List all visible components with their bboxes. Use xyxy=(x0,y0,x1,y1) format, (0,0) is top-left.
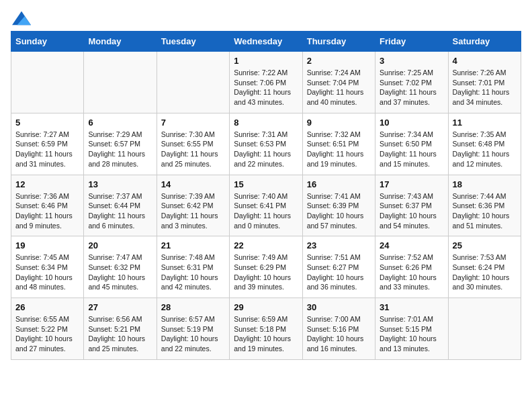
day-number: 2 xyxy=(307,56,371,66)
calendar-week-3: 12Sunrise: 7:36 AMSunset: 6:46 PMDayligh… xyxy=(11,175,521,236)
day-header-monday: Monday xyxy=(84,32,157,52)
day-info: Sunrise: 7:43 AMSunset: 6:37 PMDaylight:… xyxy=(380,191,443,231)
logo-icon xyxy=(12,11,31,26)
calendar-cell: 5Sunrise: 7:27 AMSunset: 6:59 PMDaylight… xyxy=(11,113,84,175)
day-info: Sunrise: 7:25 AMSunset: 7:02 PMDaylight:… xyxy=(380,68,443,107)
calendar-cell: 19Sunrise: 7:45 AMSunset: 6:34 PMDayligh… xyxy=(11,236,84,298)
day-info: Sunrise: 7:34 AMSunset: 6:50 PMDaylight:… xyxy=(380,130,443,169)
calendar-cell: 28Sunrise: 6:57 AMSunset: 5:19 PMDayligh… xyxy=(157,298,229,360)
day-info: Sunrise: 6:59 AMSunset: 5:18 PMDaylight:… xyxy=(234,314,298,354)
day-number: 24 xyxy=(380,240,443,250)
calendar-cell: 13Sunrise: 7:37 AMSunset: 6:44 PMDayligh… xyxy=(84,175,157,236)
day-info: Sunrise: 7:01 AMSunset: 5:15 PMDaylight:… xyxy=(380,314,443,354)
calendar-cell: 23Sunrise: 7:51 AMSunset: 6:27 PMDayligh… xyxy=(302,236,375,298)
day-info: Sunrise: 7:30 AMSunset: 6:55 PMDaylight:… xyxy=(161,130,225,169)
day-info: Sunrise: 7:45 AMSunset: 6:34 PMDaylight:… xyxy=(15,253,79,292)
day-number: 3 xyxy=(380,56,443,66)
day-info: Sunrise: 7:49 AMSunset: 6:29 PMDaylight:… xyxy=(234,253,298,292)
calendar-cell: 2Sunrise: 7:24 AMSunset: 7:04 PMDaylight… xyxy=(302,52,375,113)
day-number: 22 xyxy=(234,240,298,250)
calendar-cell: 7Sunrise: 7:30 AMSunset: 6:55 PMDaylight… xyxy=(157,113,229,175)
calendar-header-row: SundayMondayTuesdayWednesdayThursdayFrid… xyxy=(11,32,521,52)
calendar-cell: 9Sunrise: 7:32 AMSunset: 6:51 PMDaylight… xyxy=(302,113,375,175)
calendar-cell: 31Sunrise: 7:01 AMSunset: 5:15 PMDayligh… xyxy=(375,298,448,360)
day-number: 20 xyxy=(88,240,152,250)
day-info: Sunrise: 7:41 AMSunset: 6:39 PMDaylight:… xyxy=(307,191,371,231)
calendar-cell: 29Sunrise: 6:59 AMSunset: 5:18 PMDayligh… xyxy=(230,298,302,360)
day-number: 26 xyxy=(15,302,79,312)
day-header-thursday: Thursday xyxy=(302,32,375,52)
day-info: Sunrise: 7:26 AMSunset: 7:01 PMDaylight:… xyxy=(453,68,517,107)
day-info: Sunrise: 7:32 AMSunset: 6:51 PMDaylight:… xyxy=(307,130,371,169)
day-header-sunday: Sunday xyxy=(11,32,84,52)
day-info: Sunrise: 7:48 AMSunset: 6:31 PMDaylight:… xyxy=(161,253,225,292)
day-info: Sunrise: 7:31 AMSunset: 6:53 PMDaylight:… xyxy=(234,130,298,169)
day-number: 8 xyxy=(234,118,298,128)
day-info: Sunrise: 6:56 AMSunset: 5:21 PMDaylight:… xyxy=(88,314,152,354)
day-number: 23 xyxy=(307,240,371,250)
calendar-cell: 14Sunrise: 7:39 AMSunset: 6:42 PMDayligh… xyxy=(157,175,229,236)
calendar-cell: 17Sunrise: 7:43 AMSunset: 6:37 PMDayligh… xyxy=(375,175,448,236)
calendar-week-4: 19Sunrise: 7:45 AMSunset: 6:34 PMDayligh… xyxy=(11,236,521,298)
day-info: Sunrise: 7:00 AMSunset: 5:16 PMDaylight:… xyxy=(307,314,371,354)
calendar-cell: 12Sunrise: 7:36 AMSunset: 6:46 PMDayligh… xyxy=(11,175,84,236)
day-number: 19 xyxy=(15,240,79,250)
day-number: 6 xyxy=(88,118,152,128)
calendar-cell: 21Sunrise: 7:48 AMSunset: 6:31 PMDayligh… xyxy=(157,236,229,298)
day-header-saturday: Saturday xyxy=(448,32,521,52)
day-number: 31 xyxy=(380,302,443,312)
calendar-week-2: 5Sunrise: 7:27 AMSunset: 6:59 PMDaylight… xyxy=(11,113,521,175)
day-number: 4 xyxy=(453,56,517,66)
day-info: Sunrise: 7:51 AMSunset: 6:27 PMDaylight:… xyxy=(307,253,371,292)
day-number: 30 xyxy=(307,302,371,312)
day-info: Sunrise: 7:37 AMSunset: 6:44 PMDaylight:… xyxy=(88,191,152,231)
day-header-friday: Friday xyxy=(375,32,448,52)
day-info: Sunrise: 7:24 AMSunset: 7:04 PMDaylight:… xyxy=(307,68,371,107)
day-number: 18 xyxy=(453,179,517,189)
calendar-cell xyxy=(157,52,229,113)
calendar-week-1: 1Sunrise: 7:22 AMSunset: 7:06 PMDaylight… xyxy=(11,52,521,113)
day-number: 15 xyxy=(234,179,298,189)
calendar-cell: 18Sunrise: 7:44 AMSunset: 6:36 PMDayligh… xyxy=(448,175,521,236)
day-info: Sunrise: 7:53 AMSunset: 6:24 PMDaylight:… xyxy=(453,253,517,292)
day-number: 28 xyxy=(161,302,225,312)
day-number: 11 xyxy=(453,118,517,128)
calendar-cell: 10Sunrise: 7:34 AMSunset: 6:50 PMDayligh… xyxy=(375,113,448,175)
page-header xyxy=(11,11,521,23)
day-number: 16 xyxy=(307,179,371,189)
day-info: Sunrise: 6:55 AMSunset: 5:22 PMDaylight:… xyxy=(15,314,79,354)
day-info: Sunrise: 6:57 AMSunset: 5:19 PMDaylight:… xyxy=(161,314,225,354)
calendar: SundayMondayTuesdayWednesdayThursdayFrid… xyxy=(11,31,521,360)
calendar-cell: 27Sunrise: 6:56 AMSunset: 5:21 PMDayligh… xyxy=(84,298,157,360)
logo xyxy=(11,11,31,23)
day-info: Sunrise: 7:47 AMSunset: 6:32 PMDaylight:… xyxy=(88,253,152,292)
day-info: Sunrise: 7:27 AMSunset: 6:59 PMDaylight:… xyxy=(15,130,79,169)
calendar-cell: 25Sunrise: 7:53 AMSunset: 6:24 PMDayligh… xyxy=(448,236,521,298)
day-number: 7 xyxy=(161,118,225,128)
day-info: Sunrise: 7:22 AMSunset: 7:06 PMDaylight:… xyxy=(234,68,298,107)
calendar-cell: 11Sunrise: 7:35 AMSunset: 6:48 PMDayligh… xyxy=(448,113,521,175)
day-header-wednesday: Wednesday xyxy=(230,32,302,52)
day-info: Sunrise: 7:35 AMSunset: 6:48 PMDaylight:… xyxy=(453,130,517,169)
day-number: 1 xyxy=(234,56,298,66)
calendar-week-5: 26Sunrise: 6:55 AMSunset: 5:22 PMDayligh… xyxy=(11,298,521,360)
calendar-cell: 4Sunrise: 7:26 AMSunset: 7:01 PMDaylight… xyxy=(448,52,521,113)
calendar-cell: 24Sunrise: 7:52 AMSunset: 6:26 PMDayligh… xyxy=(375,236,448,298)
day-number: 13 xyxy=(88,179,152,189)
calendar-cell xyxy=(448,298,521,360)
calendar-cell: 15Sunrise: 7:40 AMSunset: 6:41 PMDayligh… xyxy=(230,175,302,236)
day-number: 25 xyxy=(453,240,517,250)
day-number: 27 xyxy=(88,302,152,312)
day-number: 29 xyxy=(234,302,298,312)
day-info: Sunrise: 7:36 AMSunset: 6:46 PMDaylight:… xyxy=(15,191,79,231)
day-info: Sunrise: 7:29 AMSunset: 6:57 PMDaylight:… xyxy=(88,130,152,169)
day-info: Sunrise: 7:44 AMSunset: 6:36 PMDaylight:… xyxy=(453,191,517,231)
calendar-cell: 8Sunrise: 7:31 AMSunset: 6:53 PMDaylight… xyxy=(230,113,302,175)
day-info: Sunrise: 7:52 AMSunset: 6:26 PMDaylight:… xyxy=(380,253,443,292)
day-info: Sunrise: 7:39 AMSunset: 6:42 PMDaylight:… xyxy=(161,191,225,231)
day-number: 9 xyxy=(307,118,371,128)
calendar-cell: 6Sunrise: 7:29 AMSunset: 6:57 PMDaylight… xyxy=(84,113,157,175)
calendar-cell: 16Sunrise: 7:41 AMSunset: 6:39 PMDayligh… xyxy=(302,175,375,236)
calendar-cell xyxy=(84,52,157,113)
calendar-cell: 20Sunrise: 7:47 AMSunset: 6:32 PMDayligh… xyxy=(84,236,157,298)
